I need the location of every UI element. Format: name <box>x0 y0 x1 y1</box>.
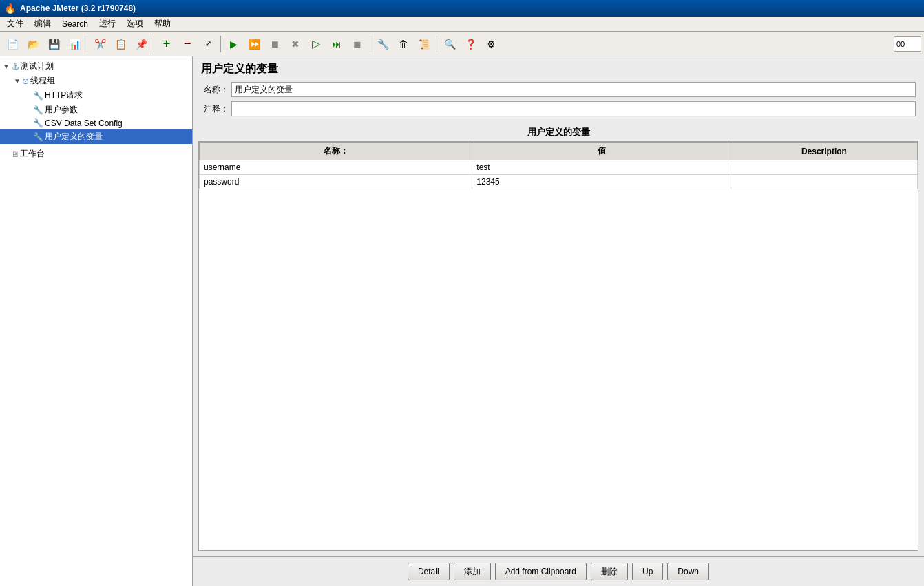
log-viewer-button[interactable]: 📜 <box>414 34 434 54</box>
sep3 <box>220 36 221 52</box>
tree-label-workbench: 工作台 <box>20 148 45 160</box>
menu-edit[interactable]: 编辑 <box>29 17 56 31</box>
toolbar: 📄 📂 💾 📊 ✂️ 📋 📌 + − ⤢ ▶ ⏩ ⏹ ✖ ▷ ⏭ ◼ 🔧 🗑 📜… <box>0 32 924 56</box>
open-button[interactable]: 📂 <box>23 34 43 54</box>
add-button[interactable]: 添加 <box>454 563 491 580</box>
menu-file[interactable]: 文件 <box>1 17 29 31</box>
remote-start-button[interactable]: ▷ <box>306 34 326 54</box>
col-header-name: 名称： <box>200 143 472 160</box>
wrench-icon: 🔧 <box>33 91 43 101</box>
menu-search[interactable]: Search <box>56 18 94 30</box>
tree-item-http-request[interactable]: 🔧 HTTP请求 <box>0 88 192 103</box>
cell-value: test <box>472 160 731 175</box>
up-button[interactable]: Up <box>632 563 663 580</box>
tree-item-user-params[interactable]: 🔧 用户参数 <box>0 103 192 117</box>
tree-item-csv-data-set[interactable]: 🔧 CSV Data Set Config <box>0 117 192 129</box>
content-title: 用户定义的变量 <box>201 62 916 76</box>
variables-table: 名称： 值 Description usernametestpassword12… <box>199 142 918 189</box>
table-row: usernametest <box>200 160 918 175</box>
tree-item-workbench[interactable]: 🖥 工作台 <box>0 147 192 161</box>
bottom-bar: Detail 添加 Add from Clipboard 删除 Up Down <box>193 556 924 586</box>
tree-item-test-plan[interactable]: ▼ ⚓ 测试计划 <box>0 59 192 74</box>
sep5 <box>437 36 437 52</box>
expander-test-plan[interactable]: ▼ <box>3 63 11 70</box>
start-no-pause-button[interactable]: ⏩ <box>244 34 264 54</box>
start-button[interactable]: ▶ <box>224 34 243 54</box>
paste-button[interactable]: 📌 <box>132 34 151 54</box>
menu-options[interactable]: 选项 <box>121 17 149 31</box>
detail-button[interactable]: Detail <box>408 563 450 580</box>
gear-circle-icon: ⊙ <box>22 76 29 86</box>
menu-bar: 文件 编辑 Search 运行 选项 帮助 <box>0 17 924 32</box>
tree-label-http-request: HTTP请求 <box>45 90 83 101</box>
cell-description <box>731 175 917 189</box>
table-body: usernametestpassword12345 <box>200 160 918 189</box>
comment-input[interactable] <box>231 101 916 116</box>
function-helper-button[interactable]: 🔧 <box>373 34 392 54</box>
tree-label-user-params: 用户参数 <box>45 104 78 116</box>
app-title: Apache JMeter (3.2 r1790748) <box>20 3 136 13</box>
tree-label-thread-group: 线程组 <box>30 75 55 87</box>
anchor-icon: ⚓ <box>11 63 19 70</box>
content-panel: 用户定义的变量 名称： 注释： 用户定义的变量 名称： 值 Desc <box>193 56 924 586</box>
tree-label-test-plan: 测试计划 <box>21 61 54 72</box>
table-row: password12345 <box>200 175 918 189</box>
tree-item-user-defined-vars[interactable]: 🔧 用户定义的变量 <box>0 129 192 144</box>
wrench3-icon: 🔧 <box>33 118 43 128</box>
name-label: 名称： <box>201 84 229 96</box>
remove-node-button[interactable]: − <box>178 34 197 54</box>
add-node-button[interactable]: + <box>157 34 176 54</box>
table-wrapper: 名称： 值 Description usernametestpassword12… <box>198 141 918 551</box>
tree-item-thread-group[interactable]: ▼ ⊙ 线程组 <box>0 74 192 88</box>
form-area: 用户定义的变量 名称： 注释： <box>193 56 924 126</box>
copy-button[interactable]: 📋 <box>111 34 130 54</box>
cell-description <box>731 160 917 175</box>
log-clear-button[interactable]: 🗑 <box>394 34 413 54</box>
sep2 <box>154 36 154 52</box>
cell-name: username <box>200 160 472 175</box>
sep1 <box>87 36 87 52</box>
table-section: 用户定义的变量 名称： 值 Description usernametestpa… <box>193 126 924 556</box>
cell-value: 12345 <box>472 175 731 189</box>
expand-button[interactable]: ⤢ <box>198 34 218 54</box>
stop-button[interactable]: ⏹ <box>265 34 284 54</box>
down-button[interactable]: Down <box>667 563 709 580</box>
name-row: 名称： <box>201 82 916 97</box>
remote-stop-button[interactable]: ◼ <box>348 34 367 54</box>
cell-name: password <box>200 175 472 189</box>
log-level-input[interactable] <box>894 36 921 52</box>
tree-panel: ▼ ⚓ 测试计划 ▼ ⊙ 线程组 🔧 HTTP请求 🔧 用户参数 🔧 CSV D… <box>0 56 193 586</box>
expander-thread-group[interactable]: ▼ <box>14 77 22 85</box>
wrench2-icon: 🔧 <box>33 105 43 115</box>
shutdown-button[interactable]: ✖ <box>286 34 305 54</box>
cut-button[interactable]: ✂️ <box>90 34 109 54</box>
tree-label-csv-data-set: CSV Data Set Config <box>45 118 123 128</box>
save-button[interactable]: 💾 <box>44 34 63 54</box>
comment-row: 注释： <box>201 101 916 116</box>
main-layout: ▼ ⚓ 测试计划 ▼ ⊙ 线程组 🔧 HTTP请求 🔧 用户参数 🔧 CSV D… <box>0 56 924 586</box>
sep4 <box>370 36 370 52</box>
col-header-value: 值 <box>472 143 731 160</box>
wrench4-icon: 🔧 <box>33 132 43 142</box>
col-header-desc: Description <box>731 143 917 160</box>
table-title: 用户定义的变量 <box>198 126 918 138</box>
comment-label: 注释： <box>201 103 229 115</box>
monitor-icon: 🖥 <box>11 150 19 158</box>
menu-help[interactable]: 帮助 <box>149 17 176 31</box>
add-clipboard-button[interactable]: Add from Clipboard <box>495 563 587 580</box>
tree-label-user-defined-vars: 用户定义的变量 <box>45 131 103 143</box>
save-as-button[interactable]: 📊 <box>65 34 84 54</box>
search-toolbar-button[interactable]: 🔍 <box>440 34 459 54</box>
delete-button[interactable]: 删除 <box>591 563 628 580</box>
help-toolbar-button[interactable]: ❓ <box>461 34 480 54</box>
name-input[interactable] <box>231 82 916 97</box>
table-header-row: 名称： 值 Description <box>200 143 918 160</box>
menu-run[interactable]: 运行 <box>94 17 121 31</box>
title-bar: 🔥 Apache JMeter (3.2 r1790748) <box>0 0 924 17</box>
new-button[interactable]: 📄 <box>3 34 22 54</box>
flame-icon: 🔥 <box>4 3 16 14</box>
remote-start-all-button[interactable]: ⏭ <box>327 34 346 54</box>
settings-toolbar-button[interactable]: ⚙ <box>481 34 501 54</box>
